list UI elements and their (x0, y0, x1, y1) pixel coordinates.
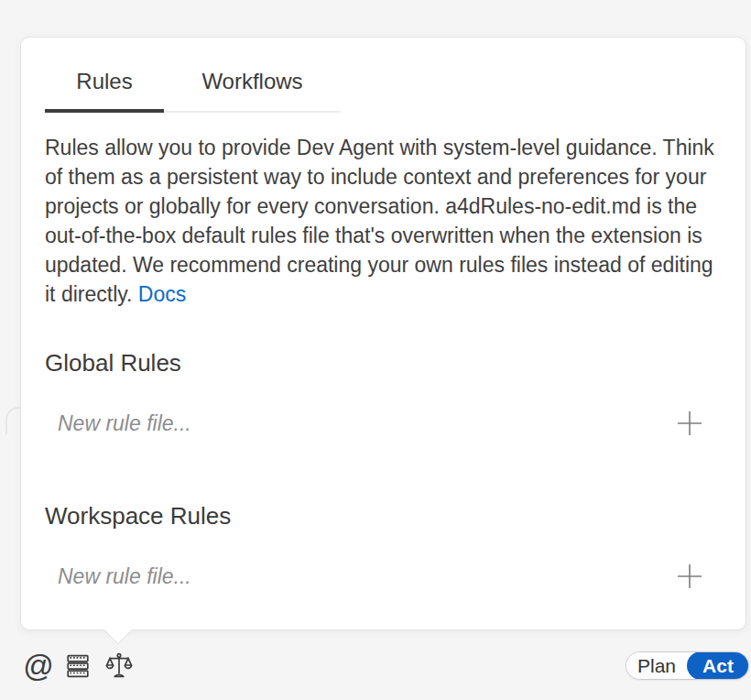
plan-mode-button[interactable]: Plan (626, 652, 687, 679)
tab-rules[interactable]: Rules (45, 69, 164, 113)
description-text: Rules allow you to provide Dev Agent wit… (45, 136, 714, 306)
rules-button[interactable] (104, 651, 134, 681)
global-rules-heading: Global Rules (45, 349, 722, 377)
add-global-rule-button[interactable] (674, 408, 705, 439)
underlying-input-corner (5, 407, 21, 434)
server-icon (66, 654, 90, 678)
workspace-rule-input-row (45, 551, 722, 602)
new-global-rule-input[interactable] (45, 405, 674, 442)
rules-popover: Rules Workflows Rules allow you to provi… (20, 37, 746, 630)
act-mode-button[interactable]: Act (687, 651, 749, 680)
plus-icon (676, 563, 703, 590)
add-workspace-rule-button[interactable] (674, 561, 705, 592)
tab-bar: Rules Workflows (45, 69, 341, 113)
scales-icon (105, 652, 133, 680)
server-button[interactable] (65, 653, 91, 679)
at-mention-icon: @ (23, 649, 54, 684)
tab-workflows[interactable]: Workflows (164, 69, 341, 111)
new-workspace-rule-input[interactable] (45, 558, 674, 595)
docs-link[interactable]: Docs (138, 282, 186, 306)
global-rule-input-row (45, 398, 722, 449)
rules-description: Rules allow you to provide Dev Agent wit… (45, 133, 723, 309)
plus-icon (676, 410, 703, 437)
plan-act-toggle: Plan Act (626, 651, 749, 680)
at-mention-button[interactable]: @ (20, 649, 57, 684)
workspace-rules-heading: Workspace Rules (45, 502, 722, 530)
